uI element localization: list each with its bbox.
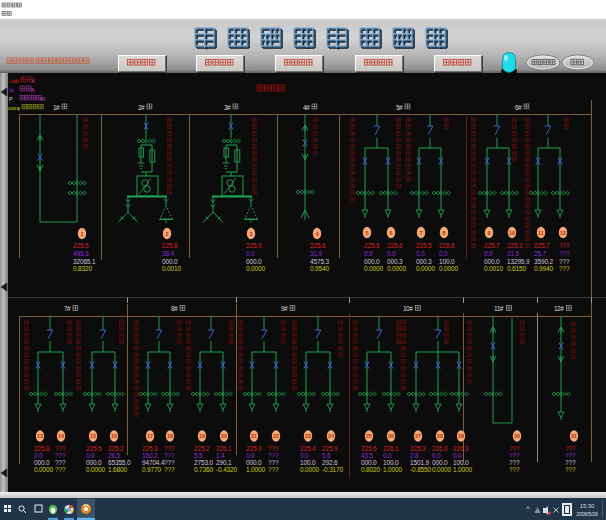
svg-text:000.0: 000.0 xyxy=(484,258,500,265)
svg-text:000.3: 000.3 xyxy=(416,258,432,265)
svg-text:0.0: 0.0 xyxy=(246,452,255,459)
svg-text:0.0000: 0.0000 xyxy=(432,466,452,473)
svg-text:15:30: 15:30 xyxy=(580,503,595,509)
svg-text:18: 18 xyxy=(167,433,173,439)
svg-text:7: 7 xyxy=(419,230,422,236)
svg-text:1.0000: 1.0000 xyxy=(246,466,266,473)
svg-text:2: 2 xyxy=(165,231,168,237)
svg-text:2.8: 2.8 xyxy=(410,452,419,459)
svg-text:000.0: 000.0 xyxy=(246,459,262,466)
svg-text:0.0: 0.0 xyxy=(416,250,425,257)
svg-text:22: 22 xyxy=(273,433,279,439)
svg-text:000.0: 000.0 xyxy=(246,258,262,265)
svg-text:cos: cos xyxy=(8,105,16,111)
svg-text:0.0000: 0.0000 xyxy=(86,466,106,473)
svg-text:30: 30 xyxy=(514,433,520,439)
svg-text:94704.4: 94704.4 xyxy=(142,459,165,466)
svg-text:1.0000: 1.0000 xyxy=(453,466,473,473)
svg-text:20: 20 xyxy=(221,433,227,439)
svg-text:???: ??? xyxy=(559,250,570,257)
svg-text:14: 14 xyxy=(58,433,65,439)
svg-text:0.0010: 0.0010 xyxy=(484,265,504,272)
svg-text:28: 28 xyxy=(437,433,443,439)
svg-text:0.7360: 0.7360 xyxy=(194,466,214,473)
svg-text:9: 9 xyxy=(487,230,490,236)
svg-text:38.4: 38.4 xyxy=(162,250,175,257)
svg-text:???: ??? xyxy=(559,258,570,265)
svg-text:225.8: 225.8 xyxy=(364,242,380,249)
svg-text:3#: 3# xyxy=(224,104,231,111)
svg-text:26: 26 xyxy=(388,433,394,439)
svg-text:P: P xyxy=(9,96,13,102)
svg-text:5.5: 5.5 xyxy=(194,452,203,459)
svg-text:13295.9: 13295.9 xyxy=(507,258,530,265)
svg-text:W: W xyxy=(40,96,46,102)
svg-text:3590.2: 3590.2 xyxy=(534,258,554,265)
svg-text:0.0000: 0.0000 xyxy=(387,265,407,272)
svg-text:19: 19 xyxy=(199,433,205,439)
svg-text:3: 3 xyxy=(249,231,252,237)
svg-text:226.0: 226.0 xyxy=(432,445,448,452)
svg-text:12: 12 xyxy=(560,230,566,236)
svg-text:290.1: 290.1 xyxy=(216,459,232,466)
svg-text:11: 11 xyxy=(538,230,544,236)
svg-text:0.0010: 0.0010 xyxy=(162,265,182,272)
svg-text:???: ??? xyxy=(509,445,520,452)
svg-text:0.0000: 0.0000 xyxy=(364,265,384,272)
svg-text:???: ??? xyxy=(164,459,175,466)
svg-text:4#: 4# xyxy=(303,104,310,111)
svg-text:1.4: 1.4 xyxy=(216,452,225,459)
svg-text:0.0000: 0.0000 xyxy=(246,265,266,272)
svg-text:225.6: 225.6 xyxy=(361,445,377,452)
svg-text:100.0: 100.0 xyxy=(439,258,455,265)
svg-text:25: 25 xyxy=(366,433,372,439)
svg-text:0.0: 0.0 xyxy=(453,452,462,459)
svg-text:495.3: 495.3 xyxy=(73,250,89,257)
svg-text:226.8: 226.8 xyxy=(439,242,455,249)
svg-text:???: ??? xyxy=(164,466,175,473)
svg-text:225.5: 225.5 xyxy=(416,242,432,249)
svg-text:225.9: 225.9 xyxy=(246,445,262,452)
svg-text:226.1: 226.1 xyxy=(216,445,232,452)
svg-text:000.0: 000.0 xyxy=(364,258,380,265)
svg-text:???: ??? xyxy=(565,459,576,466)
svg-text:1501.9: 1501.9 xyxy=(410,459,430,466)
svg-text:24: 24 xyxy=(328,433,335,439)
svg-text:21.5: 21.5 xyxy=(507,250,520,257)
svg-text:29: 29 xyxy=(458,433,464,439)
svg-text:5.6: 5.6 xyxy=(322,452,331,459)
svg-text:225.5: 225.5 xyxy=(86,445,102,452)
svg-text:11#: 11# xyxy=(494,305,504,312)
svg-text:225.3: 225.3 xyxy=(410,445,426,452)
svg-text:6: 6 xyxy=(389,230,392,236)
svg-text:0.8020: 0.8020 xyxy=(361,466,381,473)
svg-text:32065.1: 32065.1 xyxy=(73,258,96,265)
svg-text:31: 31 xyxy=(571,433,577,439)
svg-text:43.5: 43.5 xyxy=(361,452,374,459)
svg-text:2#: 2# xyxy=(138,104,145,111)
svg-text:000.0: 000.0 xyxy=(361,459,377,466)
svg-text:???: ??? xyxy=(268,452,279,459)
svg-text:-0.8550: -0.8550 xyxy=(410,466,432,473)
svg-text:7#: 7# xyxy=(64,305,71,312)
svg-text:0.0: 0.0 xyxy=(484,250,493,257)
svg-text:27: 27 xyxy=(415,433,421,439)
svg-text:225.9: 225.9 xyxy=(246,242,262,249)
svg-text:100.0: 100.0 xyxy=(453,459,469,466)
svg-text:65355.0: 65355.0 xyxy=(108,459,131,466)
svg-text:???: ??? xyxy=(55,452,66,459)
svg-text:15: 15 xyxy=(90,433,96,439)
svg-text:000.0: 000.0 xyxy=(432,459,448,466)
svg-text:000.0: 000.0 xyxy=(86,459,102,466)
svg-text:226.1: 226.1 xyxy=(383,445,399,452)
svg-text:???: ??? xyxy=(55,466,66,473)
svg-text:φ: φ xyxy=(17,105,21,111)
svg-text:V: V xyxy=(32,78,36,84)
svg-text:0.9540: 0.9540 xyxy=(310,265,330,272)
svg-text:0.0: 0.0 xyxy=(432,452,441,459)
svg-text:9#: 9# xyxy=(281,305,288,312)
svg-text:225.2: 225.2 xyxy=(194,445,210,452)
svg-text:???: ??? xyxy=(509,459,520,466)
svg-text:26.5: 26.5 xyxy=(108,452,121,459)
svg-text:225.9: 225.9 xyxy=(322,445,338,452)
